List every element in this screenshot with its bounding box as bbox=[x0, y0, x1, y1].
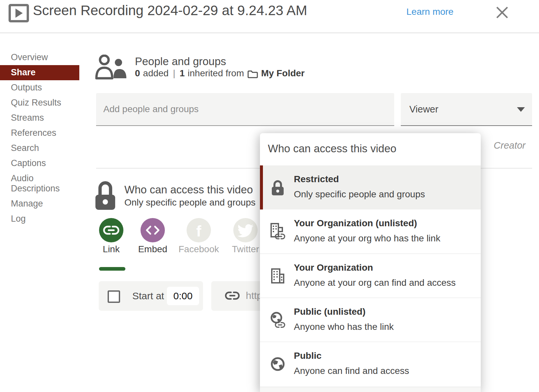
org-link-icon bbox=[269, 223, 286, 240]
option-description: Anyone at your org can find and access bbox=[294, 278, 456, 288]
sidebar-item-outputs[interactable]: Outputs bbox=[0, 80, 79, 95]
option-description: Only specific people and groups bbox=[294, 189, 425, 200]
svg-text:f: f bbox=[196, 223, 201, 240]
link-icon bbox=[223, 290, 242, 303]
sidebar-item-overview[interactable]: Overview bbox=[0, 50, 79, 65]
start-at-time-input[interactable]: 0:00 bbox=[167, 287, 199, 305]
people-icon bbox=[95, 55, 128, 80]
start-at-checkbox[interactable] bbox=[108, 290, 120, 303]
sidebar-item-manage[interactable]: Manage bbox=[0, 196, 79, 211]
option-description: Anyone can find and access bbox=[294, 366, 409, 376]
facebook-icon: f bbox=[187, 218, 211, 242]
share-tab-facebook-label[interactable]: Facebook bbox=[176, 244, 222, 255]
role-dropdown[interactable]: Viewer bbox=[401, 93, 532, 126]
access-dropdown-menu: Who can access this video Restricted Onl… bbox=[260, 133, 481, 392]
start-at-option: Start at 0:00 bbox=[99, 281, 203, 311]
access-menu-header: Who can access this video bbox=[260, 133, 481, 165]
access-option-org-unlisted[interactable]: Your Organization (unlisted) Anyone at y… bbox=[260, 209, 481, 254]
start-at-label: Start at bbox=[132, 290, 164, 302]
access-menu-title: Who can access this video bbox=[268, 142, 397, 155]
sidebar-item-log[interactable]: Log bbox=[0, 211, 79, 227]
sidebar-item-share[interactable]: Share bbox=[0, 65, 79, 80]
access-option-public-unlisted[interactable]: Public (unlisted) Anyone who has the lin… bbox=[260, 298, 481, 342]
option-title: Restricted bbox=[294, 174, 339, 184]
share-tab-embed-label[interactable]: Embed bbox=[130, 244, 176, 255]
option-title: Public (unlisted) bbox=[294, 306, 366, 317]
video-title: Screen Recording 2024-02-29 at 9.24.23 A… bbox=[33, 3, 307, 18]
sidebar-item-captions[interactable]: Captions bbox=[0, 156, 79, 171]
option-title: Your Organization (unlisted) bbox=[294, 218, 417, 229]
menu-footer-strip bbox=[260, 387, 481, 392]
globe-link-icon bbox=[269, 311, 286, 329]
add-people-placeholder: Add people and groups bbox=[103, 104, 199, 114]
access-option-org[interactable]: Your Organization Anyone at your org can… bbox=[260, 254, 481, 298]
dialog-header: Screen Recording 2024-02-29 at 9.24.23 A… bbox=[0, 0, 539, 33]
role-dropdown-value: Viewer bbox=[409, 104, 438, 115]
access-section-subtitle: Only specific people and groups bbox=[124, 197, 255, 208]
share-tab-twitter-button[interactable] bbox=[233, 218, 258, 242]
inherited-folder-name[interactable]: My Folder bbox=[261, 68, 305, 79]
option-title: Your Organization bbox=[294, 262, 373, 273]
sidebar-item-quiz-results[interactable]: Quiz Results bbox=[0, 95, 79, 110]
lock-icon bbox=[269, 179, 286, 196]
share-tab-facebook-button[interactable]: f bbox=[187, 218, 211, 242]
people-groups-title: People and groups bbox=[135, 55, 226, 68]
option-description: Anyone at your org who has the link bbox=[294, 233, 440, 244]
access-section-title: Who can access this video bbox=[124, 184, 253, 196]
add-people-input[interactable]: Add people and groups bbox=[96, 93, 394, 126]
inherited-label: inherited from bbox=[188, 68, 244, 79]
active-tab-indicator bbox=[99, 267, 125, 271]
lock-icon bbox=[95, 178, 116, 210]
chevron-down-icon bbox=[517, 107, 525, 112]
people-groups-meta: 0 added | 1 inherited from My Folder bbox=[135, 68, 305, 79]
org-icon bbox=[269, 267, 286, 284]
code-embed-icon bbox=[141, 218, 165, 242]
option-title: Public bbox=[294, 351, 321, 361]
folder-icon bbox=[247, 69, 258, 79]
link-icon bbox=[99, 218, 123, 242]
globe-icon bbox=[269, 355, 286, 373]
share-tab-embed-button[interactable] bbox=[141, 218, 165, 242]
access-option-restricted[interactable]: Restricted Only specific people and grou… bbox=[260, 165, 481, 209]
selected-option-accent bbox=[260, 165, 263, 209]
sidebar-item-references[interactable]: References bbox=[0, 126, 79, 141]
added-count: 0 bbox=[135, 68, 140, 79]
close-icon bbox=[494, 5, 510, 20]
meta-separator: | bbox=[171, 68, 176, 79]
video-play-icon bbox=[9, 4, 29, 22]
sidebar-item-audio-descriptions[interactable]: Audio Descriptions bbox=[0, 171, 79, 196]
sidebar-nav: Overview Share Outputs Quiz Results Stre… bbox=[0, 50, 79, 227]
added-label: added bbox=[143, 68, 169, 79]
sidebar-item-search[interactable]: Search bbox=[0, 141, 79, 156]
twitter-icon bbox=[233, 218, 258, 242]
share-tab-link-button[interactable] bbox=[99, 218, 123, 242]
option-description: Anyone who has the link bbox=[294, 322, 394, 332]
inherited-count: 1 bbox=[180, 68, 185, 79]
learn-more-link[interactable]: Learn more bbox=[406, 7, 453, 17]
access-option-public[interactable]: Public Anyone can find and access bbox=[260, 342, 481, 386]
share-tab-link-label[interactable]: Link bbox=[88, 244, 134, 255]
close-button[interactable] bbox=[494, 5, 510, 20]
sidebar-item-streams[interactable]: Streams bbox=[0, 110, 79, 126]
